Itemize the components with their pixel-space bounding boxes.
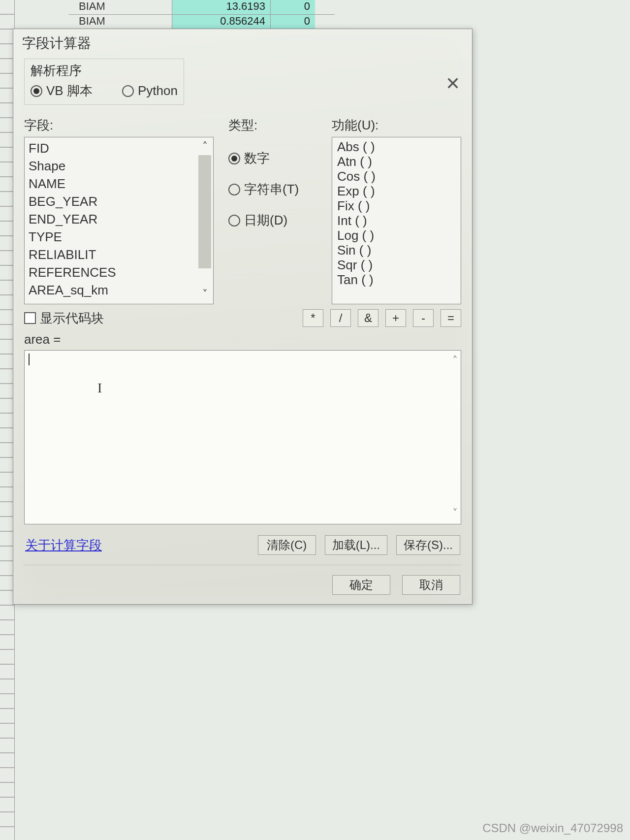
cell: 0.856244 xyxy=(172,15,271,29)
field-item[interactable]: Shape xyxy=(29,157,209,175)
op-divide-button[interactable]: / xyxy=(330,309,351,327)
function-item[interactable]: Cos ( ) xyxy=(337,169,456,184)
table-row: BIAM 13.6193 0 xyxy=(69,0,335,15)
fields-label: 字段: xyxy=(24,117,214,134)
function-item[interactable]: Atn ( ) xyxy=(337,154,456,169)
field-item[interactable]: RELIABILIT xyxy=(29,246,209,263)
op-equals-button[interactable]: = xyxy=(441,309,461,327)
load-button[interactable]: 加载(L)... xyxy=(325,535,387,555)
parser-python-radio[interactable]: Python xyxy=(122,83,178,98)
field-item[interactable]: REFERENCES xyxy=(29,263,209,281)
cell: 0 xyxy=(271,0,315,14)
show-codeblock-label: 显示代码块 xyxy=(40,310,104,327)
parser-python-label: Python xyxy=(138,83,178,98)
table-row: BIAM 0.856244 0 xyxy=(69,15,335,30)
parser-vb-label: VB 脚本 xyxy=(46,82,93,99)
op-minus-button[interactable]: - xyxy=(413,309,434,327)
functions-listbox[interactable]: Abs ( ) Atn ( ) Cos ( ) Exp ( ) Fix ( ) … xyxy=(332,137,461,304)
help-link[interactable]: 关于计算字段 xyxy=(25,537,102,554)
function-item[interactable]: Abs ( ) xyxy=(337,139,456,154)
close-button[interactable]: ✕ xyxy=(445,73,460,94)
save-button[interactable]: 保存(S)... xyxy=(396,535,460,555)
dialog-title: 字段计算器 xyxy=(13,29,472,55)
chevron-down-icon[interactable]: ˅ xyxy=(452,507,458,520)
function-item[interactable]: Tan ( ) xyxy=(337,272,456,287)
checkbox-icon xyxy=(24,312,36,324)
clear-button[interactable]: 清除(C) xyxy=(258,535,316,555)
op-concat-button[interactable]: & xyxy=(358,309,378,327)
type-label: 类型: xyxy=(228,117,317,134)
field-item[interactable]: TYPE xyxy=(29,228,209,246)
ibeam-cursor-icon: I xyxy=(97,380,102,396)
expression-textarea[interactable]: I ˄ ˅ xyxy=(24,350,461,524)
show-codeblock-checkbox[interactable]: 显示代码块 xyxy=(24,310,104,327)
watermark: CSDN @weixin_47072998 xyxy=(482,821,623,835)
parser-group: 解析程序 VB 脚本 Python xyxy=(24,59,184,105)
field-calculator-dialog: 字段计算器 ✕ 解析程序 VB 脚本 Python 字段: FID xyxy=(13,29,472,605)
type-number-label: 数字 xyxy=(244,150,270,167)
chevron-up-icon[interactable]: ˄ xyxy=(452,355,458,367)
op-multiply-button[interactable]: * xyxy=(303,309,323,327)
divider xyxy=(24,565,461,565)
chevron-up-icon[interactable]: ˄ xyxy=(198,140,211,153)
fields-listbox[interactable]: FID Shape NAME BEG_YEAR END_YEAR TYPE RE… xyxy=(24,137,214,304)
field-item[interactable]: area xyxy=(29,299,209,304)
functions-label: 功能(U): xyxy=(332,117,461,134)
chevron-down-icon[interactable]: ˅ xyxy=(198,288,211,301)
parser-label: 解析程序 xyxy=(31,62,178,79)
field-item[interactable]: FID xyxy=(29,139,209,157)
field-item[interactable]: AREA_sq_km xyxy=(29,281,209,299)
parser-vb-radio[interactable]: VB 脚本 xyxy=(31,82,93,99)
cell: BIAM xyxy=(69,15,172,29)
cell: 0 xyxy=(271,15,315,29)
function-item[interactable]: Sqr ( ) xyxy=(337,258,456,272)
type-number-radio[interactable]: 数字 xyxy=(228,150,270,167)
text-caret xyxy=(29,354,30,365)
scrollbar-thumb[interactable] xyxy=(198,155,211,268)
field-item[interactable]: END_YEAR xyxy=(29,210,209,228)
function-item[interactable]: Exp ( ) xyxy=(337,184,456,198)
cancel-button[interactable]: 取消 xyxy=(402,575,460,595)
function-item[interactable]: Int ( ) xyxy=(337,213,456,228)
function-item[interactable]: Sin ( ) xyxy=(337,243,456,258)
field-item[interactable]: NAME xyxy=(29,175,209,193)
type-date-label: 日期(D) xyxy=(244,212,287,229)
op-plus-button[interactable]: + xyxy=(385,309,406,327)
type-date-radio[interactable]: 日期(D) xyxy=(228,212,287,229)
type-string-label: 字符串(T) xyxy=(244,181,299,198)
ok-button[interactable]: 确定 xyxy=(332,575,390,595)
type-string-radio[interactable]: 字符串(T) xyxy=(228,181,299,198)
field-item[interactable]: BEG_YEAR xyxy=(29,193,209,210)
function-item[interactable]: Log ( ) xyxy=(337,228,456,243)
cell: BIAM xyxy=(69,0,172,14)
expression-label: area = xyxy=(24,332,461,347)
function-item[interactable]: Fix ( ) xyxy=(337,198,456,213)
operator-row: * / & + - = xyxy=(303,309,461,327)
cell: 13.6193 xyxy=(172,0,271,14)
